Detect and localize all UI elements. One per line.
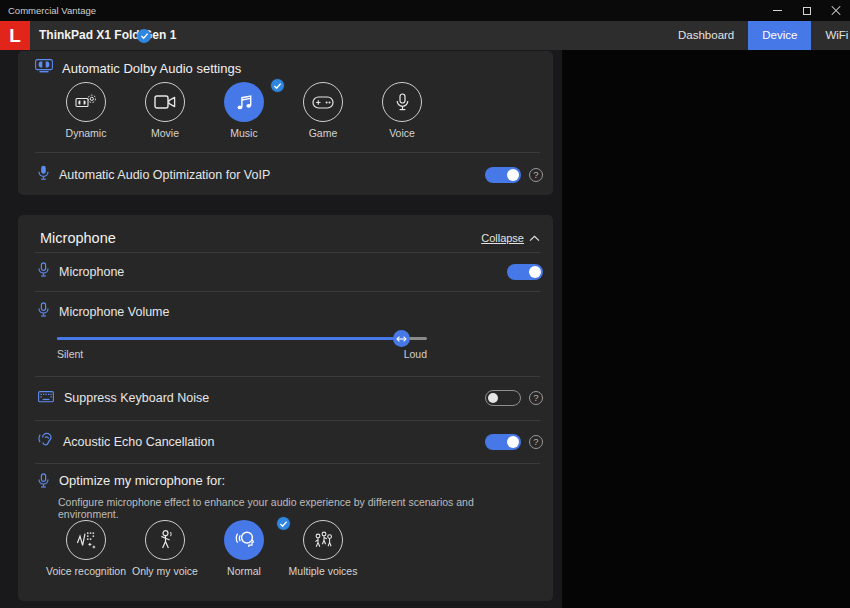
suppress-keyboard-label: Suppress Keyboard Noise bbox=[64, 391, 209, 405]
dynamic-mode-icon bbox=[66, 82, 106, 122]
dolby-mode-label: Music bbox=[230, 127, 257, 139]
collapse-link[interactable]: Collapse bbox=[481, 232, 540, 244]
normal-speaking-head-icon bbox=[224, 520, 264, 560]
volume-row: Microphone Volume bbox=[38, 301, 543, 323]
dolby-mode-label: Game bbox=[309, 127, 338, 139]
suppress-keyboard-help-icon[interactable]: ? bbox=[529, 391, 543, 405]
volume-mic-icon bbox=[38, 302, 49, 322]
verified-badge-icon bbox=[137, 29, 151, 43]
microphone-card: Microphone Collapse Microphone bbox=[18, 215, 553, 601]
microphone-row: Microphone bbox=[38, 259, 543, 285]
mic-mode-label: Voice recognition bbox=[46, 565, 126, 577]
dolby-mode-dynamic[interactable]: Dynamic bbox=[50, 82, 122, 139]
lenovo-logo: L bbox=[0, 21, 30, 50]
close-icon bbox=[831, 6, 841, 16]
echo-cancellation-row: Acoustic Echo Cancellation ? bbox=[38, 429, 543, 455]
voice-recognition-icon bbox=[66, 520, 106, 560]
mic-mode-multiple-voices[interactable]: Multiple voices bbox=[281, 520, 365, 577]
movie-mode-icon bbox=[145, 82, 185, 122]
suppress-keyboard-row: Suppress Keyboard Noise ? bbox=[38, 385, 543, 411]
dolby-logo-icon bbox=[35, 59, 53, 77]
volume-label: Microphone Volume bbox=[59, 305, 169, 319]
app-header: L ThinkPad X1 Fold Gen 1 Dashboard Devic… bbox=[0, 21, 850, 50]
nav-device[interactable]: Device bbox=[748, 21, 811, 50]
divider bbox=[35, 463, 540, 464]
optimize-label: Optimize my microphone for: bbox=[59, 473, 225, 488]
echo-cancellation-help-icon[interactable]: ? bbox=[529, 435, 543, 449]
chevron-up-icon bbox=[529, 235, 540, 242]
multiple-voices-icon bbox=[303, 520, 343, 560]
device-name: ThinkPad X1 Fold Gen 1 bbox=[39, 21, 176, 50]
close-button[interactable] bbox=[821, 0, 850, 21]
minimize-icon bbox=[773, 10, 782, 11]
maximize-button[interactable] bbox=[792, 0, 821, 21]
lenovo-logo-letter: L bbox=[9, 26, 21, 45]
collapse-label: Collapse bbox=[481, 232, 524, 244]
divider bbox=[35, 291, 540, 292]
maximize-icon bbox=[803, 7, 811, 15]
mic-mode-voice-recognition[interactable]: Voice recognition bbox=[44, 520, 128, 577]
dolby-audio-card: Automatic Dolby Audio settings Dynamic bbox=[18, 51, 553, 195]
music-mode-icon bbox=[224, 82, 264, 122]
voip-label: Automatic Audio Optimization for VoIP bbox=[59, 168, 270, 182]
toggle-knob bbox=[529, 266, 541, 278]
slider-minmax-labels: Silent Loud bbox=[57, 348, 427, 360]
dolby-section-title: Automatic Dolby Audio settings bbox=[62, 61, 241, 76]
echo-cancellation-toggle[interactable] bbox=[485, 434, 521, 450]
microphone-label: Microphone bbox=[59, 265, 124, 279]
mic-mode-label: Only my voice bbox=[132, 565, 198, 577]
toggle-knob bbox=[488, 393, 498, 403]
voip-mic-icon bbox=[38, 165, 49, 185]
dolby-mode-movie[interactable]: Movie bbox=[129, 82, 201, 139]
content-area: Automatic Dolby Audio settings Dynamic bbox=[0, 50, 562, 608]
echo-cancellation-label: Acoustic Echo Cancellation bbox=[63, 435, 214, 449]
window-controls bbox=[763, 0, 850, 21]
app-window: Commercial Vantage L ThinkPad X1 Fold Ge… bbox=[0, 0, 850, 608]
microphone-icon bbox=[38, 262, 49, 282]
voip-help-icon[interactable]: ? bbox=[529, 168, 543, 182]
slider-fill bbox=[57, 337, 401, 340]
suppress-keyboard-toggle[interactable] bbox=[485, 390, 521, 406]
dolby-mode-label: Movie bbox=[151, 127, 179, 139]
window-title: Commercial Vantage bbox=[8, 5, 96, 16]
selected-check-badge bbox=[270, 78, 285, 93]
minimize-button[interactable] bbox=[763, 0, 792, 21]
mic-mode-label: Multiple voices bbox=[289, 565, 358, 577]
voip-toggle[interactable] bbox=[485, 167, 521, 183]
optimize-header: Optimize my microphone for: bbox=[38, 473, 225, 493]
mic-mode-only-my-voice[interactable]: Only my voice bbox=[123, 520, 207, 577]
dolby-section-header: Automatic Dolby Audio settings bbox=[35, 58, 241, 78]
slider-thumb[interactable] bbox=[393, 330, 410, 347]
divider bbox=[35, 152, 540, 153]
game-mode-icon bbox=[303, 82, 343, 122]
dolby-mode-music[interactable]: Music bbox=[208, 82, 280, 139]
title-bar: Commercial Vantage bbox=[0, 0, 850, 21]
dolby-mode-label: Voice bbox=[389, 127, 415, 139]
dolby-mode-label: Dynamic bbox=[66, 127, 107, 139]
optimize-mic-icon bbox=[38, 473, 49, 493]
divider bbox=[35, 420, 540, 421]
mic-mode-label: Normal bbox=[227, 565, 261, 577]
ear-icon bbox=[38, 432, 53, 452]
toggle-knob bbox=[507, 436, 519, 448]
dolby-mode-voice[interactable]: Voice bbox=[366, 82, 438, 139]
voice-mode-icon bbox=[382, 82, 422, 122]
dolby-mode-game[interactable]: Game bbox=[287, 82, 359, 139]
microphone-toggle[interactable] bbox=[507, 264, 543, 280]
divider bbox=[35, 376, 540, 377]
toggle-knob bbox=[507, 169, 519, 181]
mic-mode-normal[interactable]: Normal bbox=[202, 520, 286, 577]
only-my-voice-icon bbox=[145, 520, 185, 560]
slider-min-label: Silent bbox=[57, 348, 83, 360]
microphone-section-header: Microphone Collapse bbox=[40, 225, 540, 251]
voip-row: Automatic Audio Optimization for VoIP ? bbox=[38, 161, 543, 189]
optimize-description: Configure microphone effect to enhance y… bbox=[58, 496, 533, 520]
volume-slider[interactable] bbox=[57, 330, 427, 346]
top-nav: Dashboard Device WiFi security bbox=[664, 21, 850, 50]
horizontal-arrows-icon bbox=[396, 335, 407, 343]
nav-dashboard[interactable]: Dashboard bbox=[664, 21, 748, 50]
keyboard-icon bbox=[38, 389, 54, 407]
microphone-section-title: Microphone bbox=[40, 230, 116, 246]
nav-wifi-security[interactable]: WiFi security bbox=[811, 21, 850, 50]
divider bbox=[35, 252, 540, 253]
